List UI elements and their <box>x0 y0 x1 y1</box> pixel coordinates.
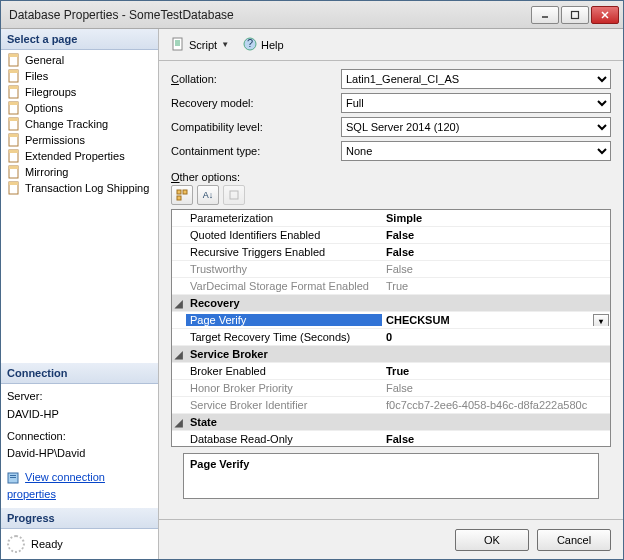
properties-icon <box>7 472 19 484</box>
grid-category[interactable]: ◢Service Broker <box>172 346 610 363</box>
server-value: DAVID-HP <box>7 406 152 424</box>
property-grid[interactable]: ParameterizationSimpleQuoted Identifiers… <box>171 209 611 447</box>
svg-rect-13 <box>9 118 18 121</box>
page-icon <box>7 117 21 131</box>
containment-type-select[interactable]: None <box>341 141 611 161</box>
page-icon <box>7 85 21 99</box>
collation-select[interactable]: Latin1_General_CI_AS <box>341 69 611 89</box>
sidebar-page-files[interactable]: Files <box>1 68 158 84</box>
categorized-view-button[interactable] <box>171 185 193 205</box>
collapse-icon: ◢ <box>172 349 186 360</box>
grid-property-row[interactable]: Quoted Identifiers EnabledFalse <box>172 227 610 244</box>
grid-property-row[interactable]: Target Recovery Time (Seconds)0 <box>172 329 610 346</box>
svg-rect-23 <box>10 475 16 476</box>
svg-rect-24 <box>10 477 16 478</box>
connection-body: Server: DAVID-HP Connection: David-HP\Da… <box>1 384 158 508</box>
sidebar-page-extended-properties[interactable]: Extended Properties <box>1 148 158 164</box>
grid-category[interactable]: ◢State <box>172 414 610 431</box>
grid-property-value[interactable]: Simple <box>382 212 610 224</box>
sidebar-page-permissions[interactable]: Permissions <box>1 132 158 148</box>
progress-spinner-icon <box>7 535 25 553</box>
close-button[interactable] <box>591 6 619 24</box>
sidebar-page-transaction-log-shipping[interactable]: Transaction Log Shipping <box>1 180 158 196</box>
grid-property-value[interactable]: 0 <box>382 331 610 343</box>
grid-property-name: VarDecimal Storage Format Enabled <box>186 280 382 292</box>
maximize-button[interactable] <box>561 6 589 24</box>
grid-property-name: Recovery <box>186 297 382 309</box>
svg-text:?: ? <box>247 37 253 49</box>
grid-property-value[interactable]: CHECKSUM▾ <box>382 314 610 326</box>
grid-category[interactable]: ◢Recovery <box>172 295 610 312</box>
page-list: GeneralFilesFilegroupsOptionsChange Trac… <box>1 50 158 198</box>
window-title: Database Properties - SomeTestDatabase <box>9 8 531 22</box>
sidebar-page-label: Permissions <box>25 134 85 146</box>
grid-property-name: Page Verify <box>186 314 382 326</box>
sidebar-page-filegroups[interactable]: Filegroups <box>1 84 158 100</box>
select-page-header: Select a page <box>1 29 158 50</box>
dropdown-button[interactable]: ▾ <box>593 314 609 326</box>
script-icon <box>171 37 185 53</box>
grid-property-value[interactable]: False <box>382 263 610 275</box>
other-options-label: Other options: <box>171 171 611 183</box>
collation-label: Collation: <box>171 73 341 85</box>
grid-property-value[interactable]: f0c7ccb7-2ee6-4058-b46c-d8fa222a580c <box>382 399 610 411</box>
recovery-model-select[interactable]: Full <box>341 93 611 113</box>
grid-property-name: Service Broker <box>186 348 382 360</box>
page-icon <box>7 133 21 147</box>
ok-button[interactable]: OK <box>455 529 529 551</box>
connection-label: Connection: <box>7 428 152 446</box>
server-label: Server: <box>7 388 152 406</box>
sidebar-page-label: Mirroring <box>25 166 68 178</box>
collapse-icon: ◢ <box>172 417 186 428</box>
grid-property-value[interactable]: False <box>382 246 610 258</box>
minimize-button[interactable] <box>531 6 559 24</box>
svg-rect-31 <box>230 191 238 199</box>
grid-property-value[interactable]: False <box>382 382 610 394</box>
svg-rect-17 <box>9 150 18 153</box>
script-button[interactable]: Script ▼ <box>167 35 233 55</box>
grid-property-row[interactable]: Database Read-OnlyFalse <box>172 431 610 447</box>
grid-property-row[interactable]: Honor Broker PriorityFalse <box>172 380 610 397</box>
page-icon <box>7 53 21 67</box>
grid-property-row[interactable]: VarDecimal Storage Format EnabledTrue <box>172 278 610 295</box>
svg-rect-1 <box>572 11 579 18</box>
progress-header: Progress <box>1 508 158 529</box>
grid-property-name: Broker Enabled <box>186 365 382 377</box>
grid-property-name: Quoted Identifiers Enabled <box>186 229 382 241</box>
sidebar-page-mirroring[interactable]: Mirroring <box>1 164 158 180</box>
compatibility-level-select[interactable]: SQL Server 2014 (120) <box>341 117 611 137</box>
grid-property-row[interactable]: Page VerifyCHECKSUM▾ <box>172 312 610 329</box>
sidebar-page-change-tracking[interactable]: Change Tracking <box>1 116 158 132</box>
grid-property-value[interactable]: False <box>382 229 610 241</box>
grid-property-row[interactable]: TrustworthyFalse <box>172 261 610 278</box>
grid-property-value[interactable]: True <box>382 365 610 377</box>
grid-property-row[interactable]: ParameterizationSimple <box>172 210 610 227</box>
sidebar-page-label: Extended Properties <box>25 150 125 162</box>
help-button[interactable]: ? Help <box>239 35 288 55</box>
dialog-window: Database Properties - SomeTestDatabase S… <box>0 0 624 560</box>
svg-rect-29 <box>183 190 187 194</box>
description-title: Page Verify <box>190 458 592 470</box>
property-pages-button[interactable] <box>223 185 245 205</box>
compatibility-level-label: Compatibility level: <box>171 121 341 133</box>
grid-property-row[interactable]: Recursive Triggers EnabledFalse <box>172 244 610 261</box>
collapse-icon: ◢ <box>172 298 186 309</box>
grid-property-name: Database Read-Only <box>186 433 382 445</box>
sidebar-page-options[interactable]: Options <box>1 100 158 116</box>
grid-property-row[interactable]: Broker EnabledTrue <box>172 363 610 380</box>
sidebar-page-general[interactable]: General <box>1 52 158 68</box>
grid-property-value[interactable]: False <box>382 433 610 445</box>
toolbar: Script ▼ ? Help <box>159 29 623 61</box>
grid-property-row[interactable]: Service Broker Identifierf0c7ccb7-2ee6-4… <box>172 397 610 414</box>
alphabetical-view-button[interactable]: A↓ <box>197 185 219 205</box>
right-panel: Script ▼ ? Help Collation: Latin1_Genera… <box>159 29 623 559</box>
form-area: Collation: Latin1_General_CI_AS Recovery… <box>159 61 623 503</box>
grid-property-value[interactable]: True <box>382 280 610 292</box>
connection-header: Connection <box>1 363 158 384</box>
cancel-button[interactable]: Cancel <box>537 529 611 551</box>
grid-property-name: Target Recovery Time (Seconds) <box>186 331 382 343</box>
progress-status: Ready <box>31 538 63 550</box>
view-connection-properties-link[interactable]: View connection properties <box>7 469 152 504</box>
containment-type-label: Containment type: <box>171 145 341 157</box>
svg-rect-11 <box>9 102 18 105</box>
